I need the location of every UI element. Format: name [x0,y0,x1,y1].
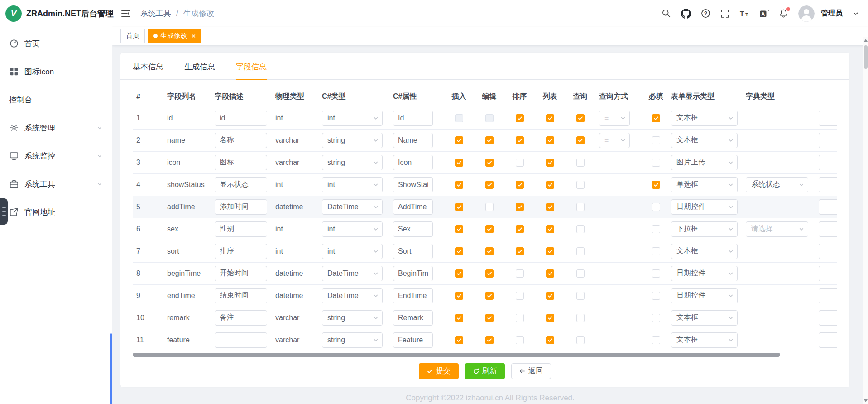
checkbox[interactable] [516,336,524,344]
extra-input[interactable] [819,199,837,215]
cs-type-select[interactable]: int [322,221,383,237]
checkbox[interactable] [546,203,554,211]
tag-home[interactable]: 首页 [120,29,145,43]
checkbox[interactable] [516,225,524,233]
checkbox[interactable] [516,247,524,255]
checkbox[interactable] [546,336,554,344]
display-type-select[interactable]: 文本框 [671,111,738,126]
cs-type-select[interactable]: int [322,244,383,259]
extra-input[interactable] [819,244,837,259]
cs-property-input[interactable] [393,155,433,170]
cs-type-select[interactable]: int [322,111,383,126]
checkbox[interactable] [652,136,660,144]
fullscreen-icon[interactable] [720,9,729,18]
extra-input[interactable] [819,310,837,326]
help-icon[interactable]: ? [701,9,710,18]
display-type-select[interactable]: 日期控件 [671,288,738,303]
sidebar-item-system-admin[interactable]: 系统管理 [0,114,112,142]
checkbox[interactable] [576,136,585,144]
cs-type-select[interactable]: DateTime [322,288,383,303]
checkbox[interactable] [485,136,494,144]
checkbox[interactable] [455,314,463,322]
checkbox[interactable] [652,203,660,211]
checkbox[interactable] [576,159,585,167]
checkbox[interactable] [546,114,554,122]
checkbox[interactable] [652,225,660,233]
cs-property-input[interactable] [393,199,433,215]
checkbox[interactable] [652,181,660,189]
display-type-select[interactable]: 单选框 [671,177,738,192]
description-input[interactable] [215,310,267,326]
extra-input[interactable] [819,111,837,126]
sidebar-item-website[interactable]: 官网地址 [0,198,112,226]
checkbox[interactable] [516,203,524,211]
cs-type-select[interactable]: DateTime [322,199,383,215]
checkbox[interactable] [576,181,585,189]
cs-property-input[interactable] [393,133,433,148]
checkbox[interactable] [576,314,585,322]
checkbox[interactable] [516,114,524,122]
checkbox[interactable] [546,225,554,233]
checkbox[interactable] [485,114,494,122]
submit-button[interactable]: 提交 [419,363,459,379]
checkbox[interactable] [485,181,494,189]
sidebar-item-system-monitor[interactable]: 系统监控 [0,142,112,170]
description-input[interactable] [215,288,267,303]
cs-type-select[interactable]: string [322,310,383,326]
scrollbar-thumb[interactable] [864,45,868,69]
display-type-select[interactable]: 日期控件 [671,266,738,281]
scroll-up-icon[interactable] [863,39,868,42]
cs-type-select[interactable]: string [322,332,383,348]
extra-input[interactable] [819,288,837,303]
cs-property-input[interactable] [393,288,433,303]
sidebar-item-home[interactable]: 首页 [0,29,112,58]
checkbox[interactable] [546,181,554,189]
display-type-select[interactable]: 日期控件 [671,199,738,215]
description-input[interactable] [215,133,267,148]
avatar[interactable] [798,5,815,22]
vertical-scrollbar[interactable] [863,37,868,404]
query-type-select[interactable]: = [599,111,630,126]
extra-input[interactable] [819,221,837,237]
query-type-select[interactable]: = [599,133,630,148]
cs-property-input[interactable] [393,310,433,326]
dict-type-select[interactable]: 系统状态 [746,177,808,192]
cs-property-input[interactable] [393,111,433,126]
checkbox[interactable] [652,336,660,344]
checkbox[interactable] [576,225,585,233]
chevron-down-icon[interactable] [853,10,859,17]
extra-input[interactable] [819,332,837,348]
bell-icon[interactable] [779,9,788,18]
extra-input[interactable] [819,266,837,281]
checkbox[interactable] [455,136,463,144]
checkbox[interactable] [455,292,463,300]
horizontal-scrollbar[interactable] [133,353,780,357]
cs-type-select[interactable]: DateTime [322,266,383,281]
tab-basic-info[interactable]: 基本信息 [133,62,163,79]
tab-field-info[interactable]: 字段信息 [236,62,267,79]
description-input[interactable] [215,111,267,126]
sidebar-item-system-tools[interactable]: 系统工具 [0,170,112,198]
checkbox[interactable] [546,136,554,144]
description-input[interactable] [215,332,267,348]
checkbox[interactable] [652,159,660,167]
cs-type-select[interactable]: int [322,177,383,192]
checkbox[interactable] [485,247,494,255]
checkbox[interactable] [485,292,494,300]
checkbox[interactable] [652,269,660,278]
user-name[interactable]: 管理员 [821,9,843,18]
collapse-menu-icon[interactable] [120,8,131,19]
display-type-select[interactable]: 文本框 [671,133,738,148]
checkbox[interactable] [485,203,494,211]
checkbox[interactable] [576,114,585,122]
checkbox[interactable] [576,292,585,300]
description-input[interactable] [215,221,267,237]
settings-drawer-handle[interactable] [0,198,8,225]
display-type-select[interactable]: 文本框 [671,332,738,348]
checkbox[interactable] [455,269,463,278]
checkbox[interactable] [546,314,554,322]
font-size-icon[interactable]: TT [739,9,749,18]
tab-generate-info[interactable]: 生成信息 [184,62,215,79]
sidebar-item-icons[interactable]: 图标icon [0,58,112,86]
checkbox[interactable] [455,114,463,122]
